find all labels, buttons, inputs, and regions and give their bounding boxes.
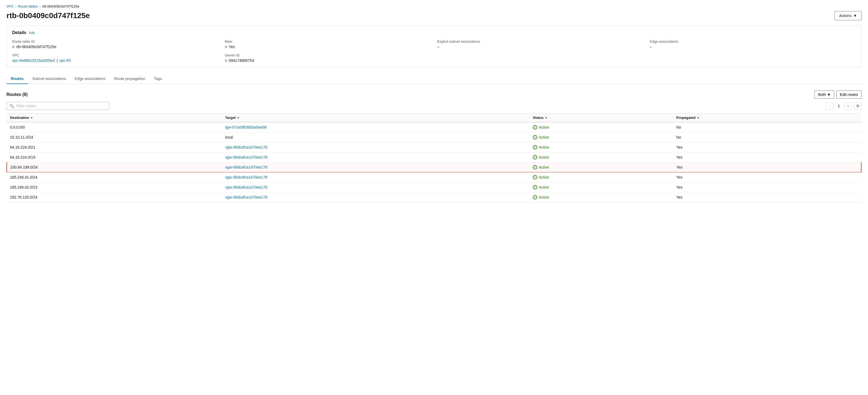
main-text: Yes	[229, 44, 235, 49]
table-row: 10.10.11.0/24localActiveNo	[7, 132, 861, 142]
cell-status-0: Active	[530, 122, 673, 132]
owner-id-label: Owner ID	[225, 53, 431, 57]
vpc-sep: |	[57, 58, 58, 63]
main-label: Main	[225, 39, 431, 43]
breadcrumb-current: rtb-0b0409c0d747f125e	[42, 4, 80, 8]
main-value: ⧉ Yes	[225, 44, 431, 49]
cell-target-7[interactable]: vgw-06dcefca1470ee176	[222, 192, 530, 202]
col-target-label: Target	[225, 116, 236, 120]
target-link-3[interactable]: vgw-06dcefca1470ee176	[225, 155, 267, 159]
cell-destination-5: 185.246.41.0/24	[7, 172, 222, 183]
routes-controls: Both ▼ Edit routes	[814, 91, 862, 99]
target-link-2[interactable]: vgw-06dcefca1470ee176	[225, 145, 267, 150]
edit-routes-button[interactable]: Edit routes	[836, 91, 862, 99]
copy-icon-rtid[interactable]: ⧉	[12, 45, 14, 48]
status-text-4: Active	[539, 165, 549, 169]
filter-input-wrap[interactable]: 🔍	[6, 102, 109, 110]
cell-status-6: Active	[530, 183, 673, 192]
explicit-subnet-value: –	[437, 44, 644, 49]
both-label: Both	[818, 92, 826, 97]
cell-target-5[interactable]: vgw-06dcefca1470ee176	[222, 172, 530, 183]
cell-propagated-0: No	[673, 122, 861, 132]
page-number: 1	[836, 104, 842, 108]
target-sort-icon[interactable]: ▼	[237, 116, 240, 120]
info-badge[interactable]: Info	[29, 31, 35, 35]
actions-button[interactable]: Actions ▼	[835, 11, 862, 20]
copy-icon-main[interactable]: ⧉	[225, 45, 227, 48]
details-header: Details Info	[12, 30, 856, 35]
tab-subnet-associations[interactable]: Subnet associations	[28, 74, 70, 84]
both-chevron-icon: ▼	[827, 92, 831, 97]
status-active-icon-5	[533, 175, 537, 179]
cell-target-1: local	[222, 132, 530, 142]
prev-page-button[interactable]: ‹	[826, 102, 833, 110]
breadcrumb-route-tables[interactable]: Route tables	[18, 4, 38, 8]
actions-label: Actions	[839, 13, 851, 18]
cell-target-4[interactable]: vgw-06dcefca1470ee176	[222, 162, 530, 172]
cell-target-0[interactable]: igw-07ce5f83b83a5e498	[222, 122, 530, 132]
cell-destination-1: 10.10.11.0/24	[7, 132, 222, 142]
target-link-0[interactable]: igw-07ce5f83b83a5e498	[225, 125, 267, 129]
breadcrumb-vpc[interactable]: VPC	[6, 4, 14, 8]
status-text-2: Active	[539, 145, 549, 150]
cell-target-2[interactable]: vgw-06dcefca1470ee176	[222, 142, 530, 153]
actions-chevron-icon: ▼	[853, 13, 857, 18]
target-link-5[interactable]: vgw-06dcefca1470ee176	[225, 175, 267, 179]
filter-input[interactable]	[16, 104, 106, 108]
detail-owner-id: Owner ID ⧉ 094174856754	[225, 53, 431, 63]
edge-assoc-label: Edge associations	[650, 39, 856, 43]
tab-tags[interactable]: Tags	[150, 74, 166, 84]
cell-propagated-6: Yes	[673, 183, 861, 192]
pagination-wrap: ‹ 1 › ⚙	[826, 102, 862, 110]
target-link-4[interactable]: vgw-06dcefca1470ee176	[225, 165, 267, 169]
destination-sort-icon[interactable]: ▼	[30, 116, 33, 120]
status-active-icon-7	[533, 195, 537, 199]
table-row: 64.16.224.0/19vgw-06dcefca1470ee176Activ…	[7, 153, 861, 162]
vpc-link2[interactable]: vpc-fr5	[59, 58, 71, 63]
cell-target-3[interactable]: vgw-06dcefca1470ee176	[222, 153, 530, 162]
status-active-icon-2	[533, 145, 537, 150]
target-link-6[interactable]: vgw-06dcefca1470ee176	[225, 185, 267, 189]
col-propagated-label: Propagated	[676, 116, 695, 120]
copy-icon-ownerid[interactable]: ⧉	[225, 59, 227, 62]
cell-status-7: Active	[530, 192, 673, 202]
explicit-subnet-label: Explicit subnet associations	[437, 39, 644, 43]
filter-row: 🔍 ‹ 1 › ⚙	[6, 102, 862, 110]
status-sort-icon[interactable]: ▼	[545, 116, 548, 120]
cell-propagated-5: Yes	[673, 172, 861, 183]
table-row: 64.16.224.0/21vgw-06dcefca1470ee176Activ…	[7, 142, 861, 153]
cell-propagated-2: Yes	[673, 142, 861, 153]
cell-propagated-7: Yes	[673, 192, 861, 202]
tab-edge-associations[interactable]: Edge associations	[70, 74, 110, 84]
explicit-subnet-text: –	[437, 44, 439, 49]
status-active-icon-6	[533, 185, 537, 189]
target-link-7[interactable]: vgw-06dcefca1470ee176	[225, 195, 267, 199]
cell-status-3: Active	[530, 153, 673, 162]
col-status-label: Status	[533, 116, 544, 120]
edge-assoc-text: –	[650, 44, 652, 49]
vpc-link1[interactable]: vpc-0e68913215a3005e2	[12, 58, 55, 63]
route-table-id-label: Route table ID	[12, 39, 218, 43]
status-text-3: Active	[539, 155, 549, 159]
table-settings-button[interactable]: ⚙	[854, 102, 862, 110]
cell-target-6[interactable]: vgw-06dcefca1470ee176	[222, 183, 530, 192]
next-page-button[interactable]: ›	[844, 102, 852, 110]
table-header-row: Destination ▼ Target ▼ Status ▼	[7, 113, 861, 122]
table-row: 0.0.0.0/0igw-07ce5f83b83a5e498ActiveNo	[7, 122, 861, 132]
cell-destination-0: 0.0.0.0/0	[7, 122, 222, 132]
status-active-icon-1	[533, 135, 537, 139]
routes-table: Destination ▼ Target ▼ Status ▼	[6, 113, 862, 202]
col-destination-label: Destination	[10, 116, 29, 120]
both-button[interactable]: Both ▼	[814, 91, 834, 99]
cell-destination-3: 64.16.224.0/19	[7, 153, 222, 162]
tab-routes[interactable]: Routes	[6, 74, 28, 84]
table-row: 185.246.42.0/23vgw-06dcefca1470ee176Acti…	[7, 183, 861, 192]
status-text-0: Active	[539, 125, 549, 129]
cell-status-1: Active	[530, 132, 673, 142]
tab-route-propagation[interactable]: Route propagation	[110, 74, 150, 84]
route-table-id-text: rtb-0b0409c0d747f125e	[16, 44, 57, 49]
detail-main: Main ⧉ Yes	[225, 39, 431, 49]
page-title: rtb-0b0409c0d747f125e	[6, 11, 90, 20]
propagated-sort-icon[interactable]: ▼	[697, 116, 700, 120]
cell-status-5: Active	[530, 172, 673, 183]
